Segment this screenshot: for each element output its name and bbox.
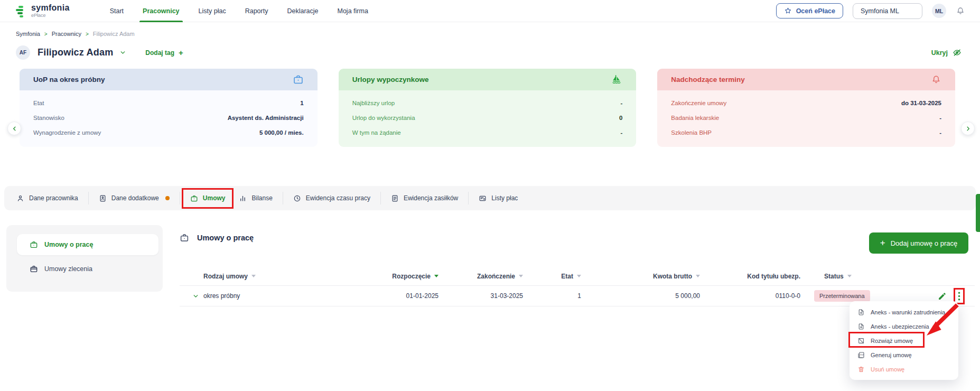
briefcase-lines-icon (30, 265, 38, 273)
rate-eplace-button[interactable]: Oceń ePłace (776, 3, 843, 18)
logo-brand: symfonia (31, 4, 70, 12)
trash-icon (857, 366, 865, 373)
sort-icon-active (434, 275, 438, 277)
card-deadlines-title: Nadchodzące terminy (671, 76, 745, 83)
menu-item-generuj-umowe[interactable]: PDF Generuj umowę (850, 348, 958, 362)
card-row: Badania lekarskie- (671, 110, 941, 125)
col-rozpoczecie[interactable]: Rozpoczęcie (317, 273, 438, 280)
contract-context-menu: Aneks - warunki zatrudnienia Aneks - ube… (850, 301, 958, 380)
sort-icon (696, 275, 700, 277)
sidebar-item-umowy-o-prace[interactable]: Umowy o pracę (17, 234, 158, 255)
hide-cards-button[interactable]: Ukryj (931, 48, 962, 58)
row-kebab-menu-button[interactable] (955, 290, 963, 303)
employee-chevron-down-icon[interactable] (119, 49, 126, 56)
sort-icon (847, 275, 852, 277)
briefcase-icon (180, 233, 189, 243)
document-pdf-icon: PDF (857, 351, 865, 359)
pencil-icon (938, 292, 947, 301)
menu-item-aneks-warunki[interactable]: Aneks - warunki zatrudnienia (850, 305, 958, 319)
chevron-right-icon (965, 126, 971, 132)
nav-item-start[interactable]: Start (102, 0, 131, 22)
edit-contract-button[interactable] (938, 292, 947, 301)
nav-item-raporty[interactable]: Raporty (238, 0, 276, 22)
nav-item-listy-plac[interactable]: Listy płac (191, 0, 234, 22)
app-logo[interactable]: symfonia ePłace (16, 4, 70, 18)
add-tag-button[interactable]: Dodaj tag + (145, 48, 183, 57)
cards-prev-button[interactable] (7, 122, 21, 135)
tab-dane-dodatkowe[interactable]: Dane dodatkowe (92, 190, 176, 207)
document-plus-icon (857, 309, 865, 316)
kebab-icon (958, 291, 960, 301)
bell-icon (931, 75, 941, 85)
nav-item-deklaracje[interactable]: Deklaracje (279, 0, 325, 22)
cards-next-button[interactable] (961, 122, 975, 135)
contracts-table: Rodzaj umowy Rozpoczęcie Zakończenie Eta… (180, 267, 975, 306)
employee-name: Filipowicz Adam (38, 47, 113, 58)
clock-icon (293, 194, 301, 202)
eye-off-icon (952, 48, 962, 58)
card-contract: UoP na okres próbny Etat1 StanowiskoAsys… (20, 69, 318, 147)
menu-item-usun-umowe[interactable]: Usuń umowę (850, 362, 958, 376)
tab-ewidencja-zasilkow[interactable]: Ewidencja zasiłków (384, 190, 465, 207)
main-nav: Start Pracownicy Listy płac Raporty Dekl… (102, 0, 376, 22)
breadcrumb-pracownicy[interactable]: Pracownicy (52, 31, 81, 37)
col-kod-tytulu: Kod tytułu ubezp. (700, 273, 800, 280)
card-contract-title: UoP na okres próbny (33, 76, 105, 83)
col-rodzaj-umowy[interactable]: Rodzaj umowy (203, 273, 317, 280)
tab-ewidencja-czasu-pracy[interactable]: Ewidencja czasu pracy (286, 190, 377, 207)
nav-item-moja-firma[interactable]: Moja firma (330, 0, 376, 22)
cell-kod-tytulu: 0110-0-0 (700, 292, 800, 300)
bar-chart-icon (239, 194, 247, 202)
company-select[interactable]: Symfonia ML (853, 3, 922, 19)
breadcrumb-current: Filipowicz Adam (93, 31, 135, 37)
logo-product: ePłace (31, 13, 70, 18)
col-etat[interactable]: Etat (523, 273, 581, 280)
card-vacation: Urlopy wypoczynkowe Najbliższy urlop- Ur… (339, 69, 637, 147)
cell-etat: 1 (523, 292, 581, 300)
add-contract-button[interactable]: + Dodaj umowę o pracę (869, 232, 968, 254)
nav-item-pracownicy[interactable]: Pracownicy (135, 0, 186, 22)
sort-icon (251, 275, 256, 277)
sailboat-icon (611, 74, 622, 86)
sidebar-item-umowy-zlecenia[interactable]: Umowy zlecenia (17, 258, 158, 280)
summary-cards: UoP na okres próbny Etat1 StanowiskoAsys… (20, 69, 955, 147)
person-icon (16, 194, 24, 202)
menu-item-rozwiaz-umowe[interactable]: Rozwiąż umowę (850, 333, 958, 348)
status-badge: Przeterminowana (814, 290, 870, 302)
tab-umowy[interactable]: Umowy (183, 190, 232, 207)
svg-text:PDF: PDF (860, 354, 864, 356)
employee-avatar: AF (16, 45, 30, 60)
sort-icon (519, 275, 523, 277)
tab-listy-plac[interactable]: Listy płac (472, 190, 525, 207)
card-row: Szkolenia BHP- (671, 125, 941, 140)
card-row: Wynagrodzenie z umowy5 000,00 / mies. (33, 125, 304, 140)
chevron-left-icon (12, 126, 17, 132)
col-kwota-brutto[interactable]: Kwota brutto (581, 273, 700, 280)
sort-icon (577, 275, 581, 277)
star-icon (784, 7, 792, 15)
section-head: Umowy o pracę (180, 233, 254, 243)
user-avatar[interactable]: ML (932, 4, 946, 18)
briefcase-icon (293, 74, 304, 85)
tab-dane-pracownika[interactable]: Dane pracownika (10, 190, 85, 207)
tab-bilanse[interactable]: Bilanse (232, 190, 279, 207)
cell-rozpoczecie: 01-01-2025 (317, 292, 438, 300)
menu-item-aneks-ubezpieczenia[interactable]: Aneks - ubezpieczenia (850, 319, 958, 333)
col-zakonczenie[interactable]: Zakończenie (438, 273, 523, 280)
feedback-edge-tab[interactable] (976, 194, 980, 232)
top-bar: symfonia ePłace Start Pracownicy Listy p… (0, 0, 980, 22)
cell-kwota-brutto: 5 000,00 (581, 292, 700, 300)
symfonia-logo-icon (16, 5, 26, 17)
document-slash-icon (857, 337, 865, 345)
notifications-bell-icon[interactable] (956, 6, 965, 16)
breadcrumb-symfonia[interactable]: Symfonia (16, 31, 40, 37)
card-row: Urlop do wykorzystania0 (352, 110, 623, 125)
cell-zakonczenie: 31-03-2025 (438, 292, 523, 300)
col-status[interactable]: Status (800, 273, 898, 280)
notification-dot (165, 196, 170, 200)
cell-rodzaj: okres próbny (203, 292, 317, 300)
table-header: Rodzaj umowy Rozpoczęcie Zakończenie Eta… (180, 267, 975, 286)
row-expander-chevron-icon[interactable] (180, 293, 203, 300)
card-row: StanowiskoAsystent ds. Administracji (33, 110, 304, 125)
document-icon (391, 194, 399, 202)
